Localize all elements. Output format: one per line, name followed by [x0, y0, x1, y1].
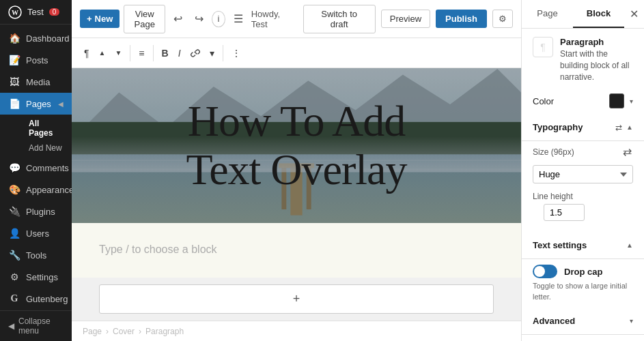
- sidebar-item-label: Comments: [26, 163, 69, 173]
- breadcrumb-sep-2: ›: [139, 327, 141, 336]
- switch-to-draft-button[interactable]: Switch to draft: [303, 5, 376, 33]
- topbar: + + New New View Page ↩ ↪ i ☰ Howdy, Tes…: [72, 0, 521, 38]
- sidebar-item-comments[interactable]: 💬 Comments: [0, 157, 72, 179]
- undo-button[interactable]: ↩: [169, 10, 186, 28]
- block-mover-down[interactable]: ▼: [111, 46, 126, 59]
- preview-button[interactable]: Preview: [381, 10, 430, 28]
- block-name: Paragraph: [560, 37, 633, 47]
- settings-gear-button[interactable]: ⚙: [492, 10, 513, 28]
- sidebar-item-dashboard[interactable]: 🏠 Dashboard: [0, 27, 72, 49]
- italic-button[interactable]: I: [174, 45, 185, 61]
- appearance-icon: 🎨: [8, 183, 20, 196]
- all-pages-link[interactable]: All Pages: [20, 116, 72, 140]
- sidebar-item-pages[interactable]: 📄 Pages ◀: [0, 93, 72, 115]
- text-settings-section: Drop cap Toggle to show a large initial …: [522, 259, 644, 308]
- bold-button[interactable]: B: [158, 45, 173, 61]
- line-height-input[interactable]: [544, 204, 585, 221]
- main-content: + + New New View Page ↩ ↪ i ☰ Howdy, Tes…: [72, 0, 521, 341]
- sidebar-item-label: Users: [26, 228, 49, 239]
- pages-arrow: ◀: [58, 100, 64, 108]
- sidebar-item-label: Posts: [26, 55, 48, 65]
- topbar-right: Howdy, Test Switch to draft Preview Publ…: [251, 5, 513, 33]
- breadcrumb: Page › Cover › Paragraph: [72, 321, 521, 341]
- typography-reset-button[interactable]: ⇄: [615, 123, 622, 132]
- comments-icon: 💬: [8, 162, 20, 174]
- font-size-select[interactable]: Huge Large Medium Small: [533, 165, 633, 183]
- wordpress-icon: W: [8, 5, 22, 19]
- paragraph-block[interactable]: Type / to choose a block: [72, 223, 521, 278]
- paragraph-type-button[interactable]: ¶: [80, 45, 94, 61]
- sidebar-item-label: Media: [26, 77, 50, 87]
- more-options-dropdown[interactable]: ▾: [206, 45, 219, 61]
- sidebar-item-plugins[interactable]: 🔌 Plugins: [0, 201, 72, 222]
- svg-text:W: W: [12, 9, 18, 16]
- size-row: Size (96px) ⇄: [522, 141, 644, 162]
- sidebar-item-users[interactable]: 👤 Users: [0, 222, 72, 244]
- add-block-button[interactable]: +: [99, 284, 494, 314]
- tab-block[interactable]: Block: [573, 0, 624, 28]
- more-button[interactable]: ⋮: [227, 45, 245, 61]
- typography-section-header[interactable]: Typography ⇄ ▲: [522, 114, 644, 141]
- breadcrumb-cover[interactable]: Cover: [113, 327, 135, 336]
- site-name: Test: [27, 7, 44, 17]
- block-description: Paragraph Start with the building block …: [560, 37, 633, 83]
- collapse-menu[interactable]: ◀ Collapse menu: [0, 310, 72, 341]
- collapse-icon: ◀: [8, 321, 14, 331]
- sidebar-item-label: Settings: [26, 272, 58, 282]
- publish-button[interactable]: Publish: [436, 10, 487, 28]
- tools-icon: 🔧: [8, 249, 20, 261]
- posts-icon: 📝: [8, 54, 20, 66]
- text-settings-header[interactable]: Text settings ▲: [522, 232, 644, 259]
- redo-button[interactable]: ↪: [191, 10, 208, 28]
- color-swatch[interactable]: [609, 93, 624, 108]
- plugins-icon: 🔌: [8, 205, 20, 218]
- editor-area: How To Add Text Overlay Type / to choose…: [72, 68, 521, 321]
- panel-close-button[interactable]: ✕: [624, 2, 644, 26]
- sidebar-item-label: Appearance: [26, 185, 72, 195]
- size-label: Size (96px): [533, 147, 574, 157]
- advanced-chevron: ▾: [630, 317, 633, 325]
- align-button[interactable]: ≡: [135, 45, 148, 61]
- drop-cap-row: Drop cap: [533, 265, 633, 278]
- sidebar-item-label: Gutenberg: [26, 294, 68, 304]
- sidebar-logo: W Test 0: [0, 0, 72, 25]
- sidebar-item-settings[interactable]: ⚙ Settings: [0, 266, 72, 288]
- drop-cap-toggle[interactable]: [533, 265, 557, 278]
- view-page-button[interactable]: View Page: [124, 5, 165, 33]
- sidebar-item-label: Dashboard: [26, 33, 70, 44]
- size-options-button[interactable]: ⇄: [621, 144, 633, 160]
- drop-cap-label: Drop cap: [564, 267, 602, 277]
- breadcrumb-page[interactable]: Page: [83, 327, 102, 336]
- sidebar-item-appearance[interactable]: 🎨 Appearance: [0, 179, 72, 201]
- link-button[interactable]: [186, 46, 204, 61]
- add-new-link[interactable]: Add New: [20, 140, 72, 155]
- toolbar-separator-1: [130, 45, 130, 61]
- sidebar-item-tools[interactable]: 🔧 Tools: [0, 244, 72, 266]
- panel-content: ¶ Paragraph Start with the building bloc…: [522, 29, 644, 341]
- advanced-title: Advanced: [533, 316, 575, 326]
- panel-tabs: Page Block ✕: [522, 0, 644, 29]
- text-settings-chevron: ▲: [626, 241, 633, 249]
- gutenberg-icon: G: [8, 293, 20, 305]
- notification-badge: 0: [49, 8, 60, 16]
- cover-block[interactable]: How To Add Text Overlay: [72, 68, 521, 223]
- breadcrumb-paragraph[interactable]: Paragraph: [145, 327, 184, 336]
- drop-cap-desc: Toggle to show a large initial letter.: [533, 281, 633, 302]
- add-new-button[interactable]: + + New New: [80, 10, 120, 28]
- plus-icon: +: [87, 14, 92, 24]
- list-view-button[interactable]: ☰: [229, 10, 247, 28]
- sidebar-item-label: Plugins: [26, 207, 55, 217]
- block-mover-up[interactable]: ▲: [95, 46, 110, 59]
- settings-icon: ⚙: [8, 271, 20, 283]
- advanced-section-header[interactable]: Advanced ▾: [522, 308, 644, 335]
- sidebar-item-gutenberg[interactable]: G Gutenberg: [0, 288, 72, 310]
- sidebar-item-posts[interactable]: 📝 Posts: [0, 49, 72, 71]
- typography-chevron: ▲: [626, 123, 633, 131]
- pages-submenu: All Pages Add New: [0, 115, 72, 157]
- info-button[interactable]: i: [212, 11, 225, 27]
- sidebar-item-media[interactable]: 🖼 Media: [0, 71, 72, 93]
- tab-page[interactable]: Page: [522, 0, 573, 28]
- paragraph-icon: ¶: [84, 48, 89, 59]
- line-height-row: Line height: [522, 189, 644, 232]
- sidebar-item-label: Tools: [26, 250, 46, 261]
